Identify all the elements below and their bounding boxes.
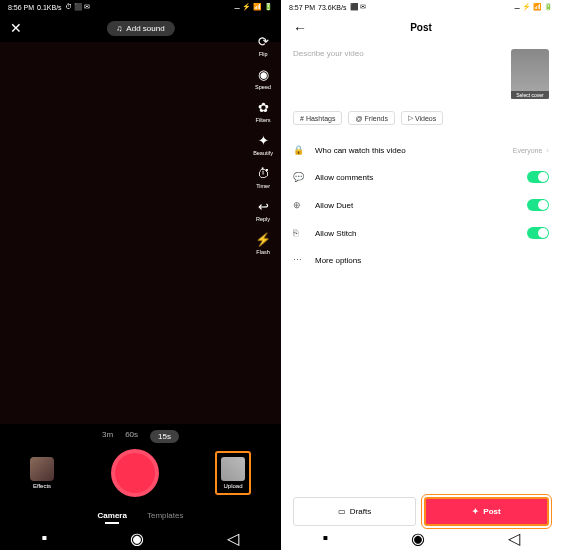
at-icon: @ [355,115,362,122]
post-screen: 8:57 PM 73.6KB/s ⬛ ✉ ⚊ ⚡ 📶 🔋 ← Post Desc… [281,0,561,550]
status-net: 73.6KB/s [318,4,346,11]
flip-icon: ⟳ [254,32,272,50]
music-icon: ♫ [116,24,122,33]
nav-home-icon[interactable]: ◉ [130,529,144,548]
post-settings: 🔒 Who can watch this video Everyone › 💬 … [281,129,561,281]
post-header: ← Post [281,14,561,41]
effects-button[interactable]: Effects [30,457,54,489]
bottom-actions: ▭ Drafts ✦ Post [281,497,561,526]
camera-viewfinder[interactable] [0,42,281,424]
mode-tabs: Camera Templates [0,505,281,526]
camera-top-bar: ✕ ♫ Add sound [0,14,281,42]
duet-toggle[interactable] [527,199,549,211]
play-icon: ▷ [408,114,413,122]
videos-chip[interactable]: ▷Videos [401,111,443,125]
record-row: Effects Upload [0,449,281,505]
status-bar: 8:56 PM 0.1KB/s ⏱ ⬛ ✉ ⚊ ⚡ 📶 🔋 [0,0,281,14]
tag-chips: #Hashtags @Friends ▷Videos [281,107,561,129]
side-tools: ⟳Flip ◉Speed ✿Filters ✦Beautify ⏱Timer ↩… [253,32,273,255]
drafts-button[interactable]: ▭ Drafts [293,497,416,526]
more-options[interactable]: ⋯ More options [293,247,549,273]
upload-thumb-icon [221,457,245,481]
description-area: Describe your video Select cover [281,41,561,107]
hashtags-chip[interactable]: #Hashtags [293,111,342,125]
tab-templates[interactable]: Templates [147,511,183,520]
status-time: 8:57 PM [289,4,315,11]
status-icons: ⏱ ⬛ ✉ [65,3,91,11]
chevron-right-icon: › [546,146,549,155]
tab-camera[interactable]: Camera [98,511,127,520]
back-icon[interactable]: ← [293,20,307,36]
effects-thumb-icon [30,457,54,481]
add-sound-label: Add sound [126,24,164,33]
beautify-icon: ✦ [254,131,272,149]
filters-tool[interactable]: ✿Filters [254,98,272,123]
lock-icon: 🔒 [293,145,307,155]
android-nav-bar: ▪ ◉ ◁ [281,526,561,550]
description-input[interactable]: Describe your video [293,49,503,99]
camera-screen: 8:56 PM 0.1KB/s ⏱ ⬛ ✉ ⚊ ⚡ 📶 🔋 ✕ ♫ Add so… [0,0,281,550]
speed-tool[interactable]: ◉Speed [254,65,272,90]
filters-icon: ✿ [254,98,272,116]
speed-icon: ◉ [254,65,272,83]
android-nav-bar: ▪ ◉ ◁ [0,526,281,550]
status-bar: 8:57 PM 73.6KB/s ⬛ ✉ ⚊ ⚡ 📶 🔋 [281,0,561,14]
upload-button[interactable]: Upload [215,451,251,495]
flash-icon: ⚡ [254,230,272,248]
privacy-setting[interactable]: 🔒 Who can watch this video Everyone › [293,137,549,163]
status-icons: ⬛ ✉ [350,3,367,11]
hash-icon: # [300,115,304,122]
comments-toggle[interactable] [527,171,549,183]
status-net: 0.1KB/s [37,4,62,11]
stitch-icon: ⎘ [293,228,307,238]
stitch-setting: ⎘ Allow Stitch [293,219,549,247]
duration-3m[interactable]: 3m [102,430,113,443]
post-button[interactable]: ✦ Post [424,497,549,526]
duration-tabs: 3m 60s 15s [0,424,281,449]
record-button[interactable] [111,449,159,497]
stitch-toggle[interactable] [527,227,549,239]
drafts-icon: ▭ [338,507,346,516]
duet-setting: ⊕ Allow Duet [293,191,549,219]
more-icon: ⋯ [293,255,307,265]
duration-15s[interactable]: 15s [150,430,179,443]
timer-icon: ⏱ [254,164,272,182]
duration-60s[interactable]: 60s [125,430,138,443]
nav-back-icon[interactable]: ◁ [227,529,239,548]
friends-chip[interactable]: @Friends [348,111,394,125]
flip-tool[interactable]: ⟳Flip [254,32,272,57]
post-icon: ✦ [472,507,479,516]
duet-icon: ⊕ [293,200,307,210]
reply-icon: ↩ [254,197,272,215]
nav-back-icon[interactable]: ◁ [508,529,520,548]
comment-icon: 💬 [293,172,307,182]
close-icon[interactable]: ✕ [10,20,22,36]
beautify-tool[interactable]: ✦Beautify [253,131,273,156]
page-title: Post [410,22,432,33]
comments-setting: 💬 Allow comments [293,163,549,191]
reply-tool[interactable]: ↩Reply [254,197,272,222]
flash-tool[interactable]: ⚡Flash [254,230,272,255]
nav-recents-icon[interactable]: ▪ [322,529,328,547]
status-time: 8:56 PM [8,4,34,11]
timer-tool[interactable]: ⏱Timer [254,164,272,189]
nav-recents-icon[interactable]: ▪ [42,529,48,547]
status-right-icons: ⚊ ⚡ 📶 🔋 [514,3,553,11]
add-sound-button[interactable]: ♫ Add sound [106,21,174,36]
nav-home-icon[interactable]: ◉ [411,529,425,548]
select-cover-button[interactable]: Select cover [511,49,549,99]
status-right-icons: ⚊ ⚡ 📶 🔋 [234,3,273,11]
